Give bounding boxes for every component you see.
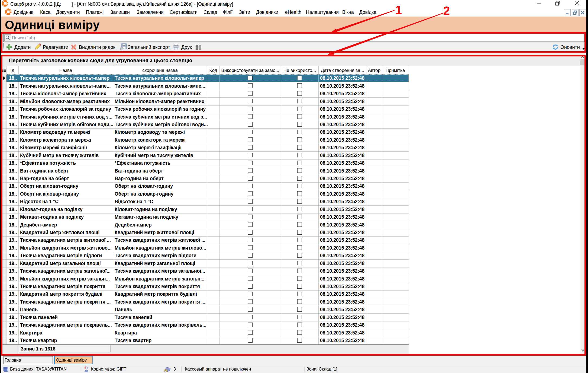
svg-text:2: 2 [443, 4, 450, 17]
svg-text:1: 1 [395, 3, 402, 17]
